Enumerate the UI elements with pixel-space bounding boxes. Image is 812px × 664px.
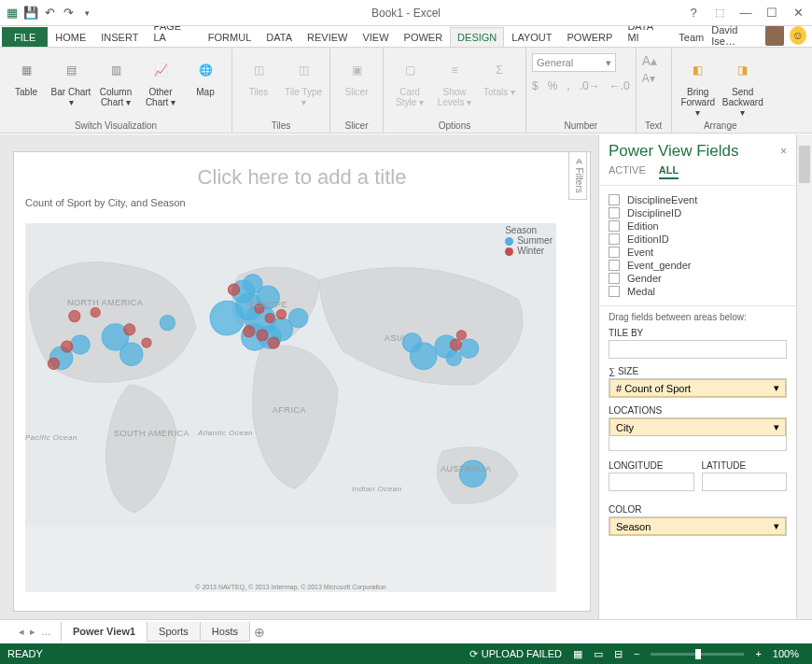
- checkbox-icon[interactable]: [609, 260, 620, 271]
- decrease-decimal-icon[interactable]: ←.0: [609, 79, 630, 92]
- close-pane-icon[interactable]: ×: [780, 145, 787, 158]
- maximize-icon[interactable]: ☐: [762, 5, 782, 21]
- zoom-level[interactable]: 100%: [773, 648, 799, 659]
- zoom-in-icon[interactable]: +: [755, 648, 761, 659]
- avatar[interactable]: [765, 25, 784, 46]
- tab-active[interactable]: ACTIVE: [609, 164, 646, 179]
- slicer-button[interactable]: ▣Slicer: [336, 53, 377, 97]
- checkbox-icon[interactable]: [609, 247, 620, 258]
- map-visualization[interactable]: NORTH AMERICA SOUTH AMERICA AFRICA EUROP…: [25, 223, 556, 592]
- table-button[interactable]: ▦Table: [6, 53, 47, 97]
- chevron-down-icon[interactable]: ▾: [774, 382, 779, 394]
- svg-point-30: [257, 330, 268, 341]
- zoom-out-icon[interactable]: −: [634, 648, 639, 659]
- view-break-icon[interactable]: ⊟: [614, 648, 623, 660]
- sheet-prev-icon[interactable]: ◂: [19, 626, 24, 638]
- tab-layout[interactable]: LAYOUT: [504, 27, 559, 47]
- chevron-down-icon[interactable]: ▾: [774, 421, 779, 433]
- field-item[interactable]: Medal: [609, 285, 787, 298]
- tab-view[interactable]: VIEW: [355, 27, 396, 47]
- chevron-down-icon[interactable]: ▾: [774, 520, 779, 532]
- increase-font-icon[interactable]: A▴: [642, 53, 657, 68]
- percent-icon[interactable]: %: [548, 79, 558, 92]
- field-item[interactable]: Event: [609, 246, 787, 259]
- tiles-button[interactable]: ◫Tiles: [238, 53, 279, 97]
- ribbon-options-icon[interactable]: ⬚: [709, 5, 730, 21]
- group-number: General▾ $ % , .0→ ←.0 Number: [526, 48, 637, 133]
- tab-home[interactable]: HOME: [48, 27, 93, 47]
- save-icon[interactable]: 💾: [22, 5, 39, 21]
- view-normal-icon[interactable]: ▦: [573, 648, 582, 660]
- locations-well[interactable]: City▾: [609, 417, 787, 451]
- add-sheet-icon[interactable]: ⊕: [249, 625, 270, 640]
- field-item[interactable]: DisciplineEvent: [609, 193, 787, 206]
- checkbox-icon[interactable]: [609, 233, 620, 245]
- latitude-well[interactable]: [702, 473, 788, 491]
- minimize-icon[interactable]: —: [735, 5, 756, 21]
- tab-file[interactable]: FILE: [2, 27, 48, 47]
- totals-button[interactable]: ΣTotals ▾: [479, 53, 520, 97]
- zoom-slider[interactable]: [651, 653, 744, 656]
- tab-team[interactable]: Team: [671, 27, 711, 47]
- checkbox-icon[interactable]: [609, 220, 620, 232]
- close-icon[interactable]: ✕: [788, 5, 808, 21]
- show-levels-button[interactable]: ≡Show Levels ▾: [434, 53, 475, 107]
- size-pill[interactable]: # Count of Sport▾: [609, 379, 786, 397]
- tab-powerview[interactable]: POWER: [397, 27, 451, 47]
- vertical-scrollbar[interactable]: [796, 134, 812, 619]
- checkbox-icon[interactable]: [609, 286, 620, 297]
- field-item[interactable]: Edition: [609, 219, 787, 233]
- feedback-icon[interactable]: ☺: [790, 26, 806, 45]
- checkbox-icon[interactable]: [609, 207, 620, 219]
- column-chart-button[interactable]: ▥Column Chart ▾: [95, 53, 136, 107]
- upload-status[interactable]: ⟳ UPLOAD FAILED: [469, 648, 562, 660]
- map-button[interactable]: 🌐Map: [185, 53, 226, 97]
- bar-chart-button[interactable]: ▤Bar Chart ▾: [50, 53, 91, 107]
- qat-more-icon[interactable]: ▾: [78, 5, 95, 21]
- tab-all[interactable]: ALL: [659, 164, 679, 179]
- tab-powerpivot[interactable]: POWERP: [560, 27, 621, 47]
- sheet-tab[interactable]: Power View1: [61, 622, 147, 642]
- help-icon[interactable]: ?: [683, 5, 704, 21]
- filters-tab[interactable]: ∢ Filters: [568, 151, 587, 200]
- other-chart-button[interactable]: 📈Other Chart ▾: [140, 53, 181, 107]
- color-well[interactable]: Season▾: [609, 516, 787, 536]
- tab-review[interactable]: REVIEW: [300, 27, 355, 47]
- decrease-font-icon[interactable]: A▾: [642, 72, 655, 85]
- view-page-icon[interactable]: ▭: [594, 648, 603, 660]
- longitude-well[interactable]: [609, 473, 694, 491]
- color-pill[interactable]: Season▾: [609, 517, 786, 535]
- field-item[interactable]: EditionID: [609, 233, 787, 246]
- currency-icon[interactable]: $: [532, 79, 539, 92]
- field-item[interactable]: Event_gender: [609, 259, 787, 272]
- sheet-more-icon[interactable]: …: [41, 626, 51, 638]
- tile-by-well[interactable]: [609, 340, 787, 359]
- tile-type-button[interactable]: ◫Tile Type ▾: [283, 53, 324, 107]
- redo-icon[interactable]: ↷: [60, 5, 77, 21]
- send-backward-button[interactable]: ◨Send Backward ▾: [722, 53, 763, 118]
- field-item[interactable]: DisciplineID: [609, 206, 787, 219]
- title-placeholder[interactable]: Click here to add a title: [20, 158, 584, 195]
- tab-design[interactable]: DESIGN: [450, 27, 504, 47]
- size-well[interactable]: # Count of Sport▾: [609, 378, 787, 398]
- number-format-combo[interactable]: General▾: [532, 53, 616, 72]
- sheet-next-icon[interactable]: ▸: [30, 626, 35, 638]
- tab-formulas[interactable]: FORMUL: [201, 27, 259, 47]
- sheet-tab[interactable]: Sports: [147, 622, 201, 642]
- locations-pill[interactable]: City▾: [609, 418, 786, 436]
- fields-pane: Power View Fields × ACTIVE ALL Disciplin…: [598, 134, 796, 619]
- increase-decimal-icon[interactable]: .0→: [580, 79, 600, 92]
- label-pacific: Pacific Ocean: [25, 433, 77, 442]
- bring-forward-button[interactable]: ◧Bring Forward ▾: [678, 53, 719, 118]
- tab-insert[interactable]: INSERT: [93, 27, 146, 47]
- card-style-button[interactable]: ▢Card Style ▾: [389, 53, 430, 107]
- checkbox-icon[interactable]: [609, 194, 620, 205]
- comma-icon[interactable]: ,: [567, 79, 569, 92]
- sheet-tab[interactable]: Hosts: [200, 622, 250, 642]
- user-name[interactable]: David Ise…: [711, 24, 760, 47]
- undo-icon[interactable]: ↶: [41, 5, 58, 21]
- tab-data[interactable]: DATA: [259, 27, 300, 47]
- checkbox-icon[interactable]: [609, 273, 620, 284]
- field-item[interactable]: Gender: [609, 272, 787, 285]
- powerview-canvas[interactable]: Click here to add a title Count of Sport…: [13, 151, 591, 612]
